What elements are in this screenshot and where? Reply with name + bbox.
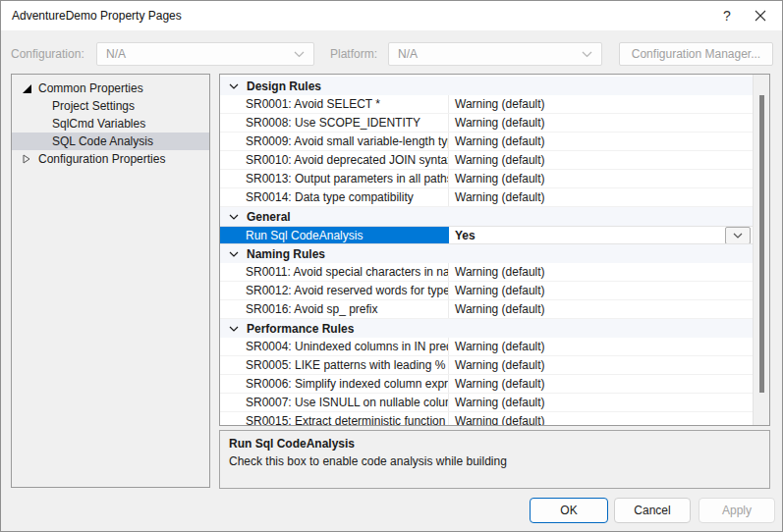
grid-scrollbar-thumb[interactable]: [759, 95, 764, 393]
property-row-sr0001-avoid-select[interactable]: SR0001: Avoid SELECT *Warning (default): [220, 95, 754, 114]
chevron-down-icon[interactable]: [228, 326, 240, 332]
property-grid-rows: Design RulesSR0001: Avoid SELECT *Warnin…: [220, 77, 754, 426]
tree-expanded-icon[interactable]: [21, 82, 32, 94]
group-header-design-rules[interactable]: Design Rules: [220, 77, 754, 95]
cancel-button[interactable]: Cancel: [614, 498, 691, 523]
help-button[interactable]: ?: [711, 4, 743, 27]
property-name: SR0001: Avoid SELECT *: [220, 95, 449, 113]
property-value-text: Warning (default): [455, 302, 545, 316]
property-value-text: Warning (default): [455, 134, 545, 148]
property-row-run-sql-codeanalysis[interactable]: Run Sql CodeAnalysisYes: [220, 226, 754, 244]
platform-select[interactable]: N/A: [388, 42, 602, 66]
property-value: Warning (default): [449, 282, 754, 299]
property-name: SR0012: Avoid reserved words for type n: [220, 282, 449, 299]
property-grid: Design RulesSR0001: Avoid SELECT *Warnin…: [219, 74, 770, 426]
value-dropdown-button[interactable]: [725, 227, 751, 243]
property-value-text: Warning (default): [455, 358, 545, 372]
property-name: SR0016: Avoid sp_ prefix: [220, 300, 449, 318]
configuration-manager-label: Configuration Manager...: [632, 47, 760, 61]
property-value: Warning (default): [449, 188, 754, 206]
group-header-label: Performance Rules: [247, 322, 354, 336]
property-value-text: Warning (default): [455, 284, 545, 297]
property-value: Warning (default): [449, 151, 754, 169]
group-header-label: Naming Rules: [247, 247, 325, 261]
property-row-sr0004-unindexed-columns-in-in-predic[interactable]: SR0004: Unindexed columns in IN predicWa…: [220, 338, 754, 356]
property-row-sr0008-use-scope-identity[interactable]: SR0008: Use SCOPE_IDENTITYWarning (defau…: [220, 114, 754, 133]
property-name: SR0014: Data type compatibility: [220, 188, 449, 206]
group-header-naming-rules[interactable]: Naming Rules: [220, 244, 754, 263]
property-value: Warning (default): [449, 412, 754, 426]
property-name: SR0009: Avoid small variable-length typ: [220, 133, 449, 150]
apply-button-label: Apply: [722, 504, 752, 517]
property-row-sr0016-avoid-sp-prefix[interactable]: SR0016: Avoid sp_ prefixWarning (default…: [220, 300, 754, 319]
property-row-sr0005-like-patterns-with-leading[interactable]: SR0005: LIKE patterns with leading %Warn…: [220, 356, 754, 375]
property-row-sr0011-avoid-special-characters-in-nam[interactable]: SR0011: Avoid special characters in namW…: [220, 263, 754, 282]
property-name: SR0004: Unindexed columns in IN predic: [220, 338, 449, 355]
tree-item-project-settings[interactable]: Project Settings: [12, 97, 209, 115]
property-row-sr0006-simplify-indexed-column-expres[interactable]: SR0006: Simplify indexed column expresWa…: [220, 375, 754, 394]
property-row-sr0015-extract-deterministic-function-ca[interactable]: SR0015: Extract deterministic function c…: [220, 412, 754, 426]
tree-collapsed-icon[interactable]: [21, 153, 32, 165]
chevron-down-icon[interactable]: [228, 214, 240, 220]
property-name: SR0015: Extract deterministic function c…: [220, 412, 449, 426]
configuration-select[interactable]: N/A: [96, 42, 314, 66]
window-title: AdventureDemo Property Pages: [12, 9, 182, 23]
property-row-sr0013-output-parameters-in-all-paths[interactable]: SR0013: Output parameters in all pathsWa…: [220, 170, 754, 188]
chevron-down-icon[interactable]: [228, 83, 240, 89]
property-value-text: Warning (default): [455, 97, 545, 111]
grid-scrollbar[interactable]: [753, 75, 769, 425]
tree-item-common-properties[interactable]: Common Properties: [12, 80, 209, 97]
tree-item-sql-code-analysis[interactable]: SQL Code Analysis: [12, 133, 209, 150]
chevron-down-icon: [733, 233, 743, 239]
cancel-button-label: Cancel: [634, 504, 670, 517]
configuration-label: Configuration:: [11, 47, 84, 61]
close-icon: [755, 10, 766, 22]
property-value-text: Warning (default): [455, 396, 545, 409]
property-value: Warning (default): [449, 300, 754, 318]
chevron-down-icon: [582, 51, 592, 58]
tree-item-configuration-properties[interactable]: Configuration Properties: [12, 150, 209, 168]
help-icon: ?: [723, 8, 731, 24]
property-row-sr0007-use-isnull-on-nullable-column[interactable]: SR0007: Use ISNULL on nullable columnWar…: [220, 394, 754, 412]
property-row-sr0012-avoid-reserved-words-for-type-n[interactable]: SR0012: Avoid reserved words for type nW…: [220, 282, 754, 300]
apply-button[interactable]: Apply: [699, 498, 775, 523]
property-name: SR0010: Avoid deprecated JOIN syntax: [220, 151, 449, 169]
group-header-performance-rules[interactable]: Performance Rules: [220, 319, 754, 338]
platform-value: N/A: [398, 47, 418, 61]
chevron-down-icon[interactable]: [228, 251, 240, 257]
description-title: Run Sql CodeAnalysis: [229, 437, 760, 451]
property-name: SR0007: Use ISNULL on nullable column: [220, 394, 449, 411]
tree-item-label: Configuration Properties: [38, 152, 165, 166]
tree-item-label: Common Properties: [38, 81, 143, 95]
property-value-text: Warning (default): [455, 340, 545, 353]
property-value-text: Yes: [455, 229, 475, 242]
property-value-text: Warning (default): [455, 153, 545, 167]
property-value: Warning (default): [449, 133, 754, 150]
property-row-sr0009-avoid-small-variable-length-typ[interactable]: SR0009: Avoid small variable-length typW…: [220, 133, 754, 151]
property-value: Warning (default): [449, 114, 754, 132]
property-value: Yes: [449, 227, 754, 243]
property-row-sr0010-avoid-deprecated-join-syntax[interactable]: SR0010: Avoid deprecated JOIN syntaxWarn…: [220, 151, 754, 170]
property-value: Warning (default): [449, 338, 754, 355]
property-name: SR0013: Output parameters in all paths: [220, 170, 449, 187]
property-row-sr0014-data-type-compatibility[interactable]: SR0014: Data type compatibilityWarning (…: [220, 188, 754, 207]
tree-item-label: SQL Code Analysis: [52, 134, 153, 148]
close-button[interactable]: [745, 4, 776, 27]
group-header-label: General: [247, 210, 291, 224]
property-name: SR0005: LIKE patterns with leading %: [220, 356, 449, 374]
configuration-manager-button[interactable]: Configuration Manager...: [619, 42, 773, 66]
group-header-general[interactable]: General: [220, 207, 754, 226]
tree-item-sqlcmd-variables[interactable]: SqlCmd Variables: [12, 115, 209, 133]
description-text: Check this box to enable code analysis w…: [229, 454, 760, 468]
chevron-down-icon: [294, 51, 305, 58]
property-name: SR0008: Use SCOPE_IDENTITY: [220, 114, 449, 132]
ok-button[interactable]: OK: [530, 498, 608, 523]
description-panel: Run Sql CodeAnalysis Check this box to e…: [219, 430, 770, 489]
group-header-label: Design Rules: [247, 80, 321, 93]
property-value-text: Warning (default): [455, 172, 545, 186]
property-pages-dialog: AdventureDemo Property Pages ? Configura…: [0, 0, 783, 532]
property-value: Warning (default): [449, 263, 754, 281]
property-value-text: Warning (default): [455, 377, 545, 391]
property-name: SR0011: Avoid special characters in nam: [220, 263, 449, 281]
ok-button-label: OK: [560, 504, 577, 517]
